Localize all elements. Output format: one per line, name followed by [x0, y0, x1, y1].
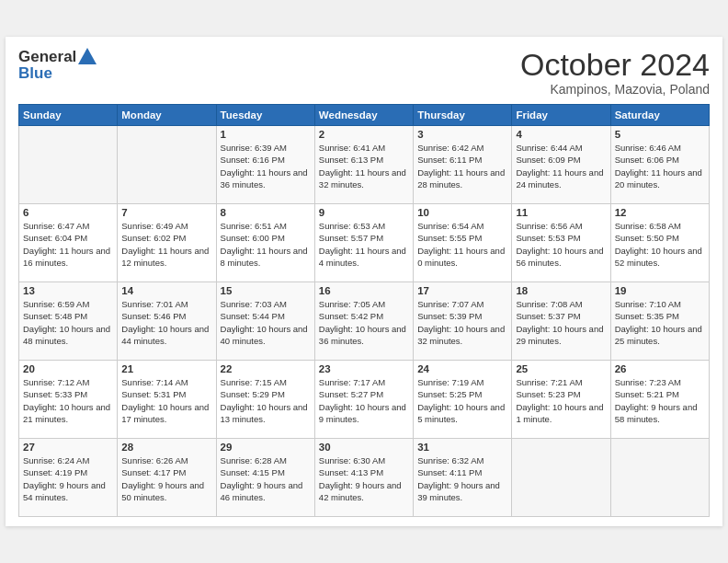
day-cell: 22Sunrise: 7:15 AMSunset: 5:29 PMDayligh…: [216, 361, 314, 439]
day-info: Sunrise: 7:12 AMSunset: 5:33 PMDaylight:…: [23, 376, 113, 425]
day-cell: 1Sunrise: 6:39 AMSunset: 6:16 PMDaylight…: [216, 126, 314, 204]
day-info: Sunrise: 7:10 AMSunset: 5:35 PMDaylight:…: [615, 298, 705, 347]
weekday-header-friday: Friday: [512, 105, 610, 126]
day-number: 26: [615, 363, 705, 374]
day-info: Sunrise: 6:39 AMSunset: 6:16 PMDaylight:…: [221, 142, 311, 190]
day-cell: 3Sunrise: 6:42 AMSunset: 6:11 PMDaylight…: [414, 126, 512, 204]
day-number: 29: [221, 442, 311, 453]
day-cell: 28Sunrise: 6:26 AMSunset: 4:17 PMDayligh…: [118, 439, 216, 517]
calendar-table: SundayMondayTuesdayWednesdayThursdayFrid…: [18, 104, 710, 517]
day-info: Sunrise: 7:23 AMSunset: 5:21 PMDaylight:…: [615, 376, 705, 425]
day-cell: 26Sunrise: 7:23 AMSunset: 5:21 PMDayligh…: [610, 361, 709, 439]
day-cell: 11Sunrise: 6:56 AMSunset: 5:53 PMDayligh…: [512, 204, 610, 282]
day-cell: 30Sunrise: 6:30 AMSunset: 4:13 PMDayligh…: [314, 439, 413, 517]
day-cell: 21Sunrise: 7:14 AMSunset: 5:31 PMDayligh…: [118, 361, 216, 439]
day-cell: [610, 439, 709, 517]
weekday-header-monday: Monday: [118, 105, 216, 126]
day-cell: 17Sunrise: 7:07 AMSunset: 5:39 PMDayligh…: [414, 282, 512, 361]
day-number: 20: [23, 363, 113, 374]
day-info: Sunrise: 6:28 AMSunset: 4:15 PMDaylight:…: [221, 454, 311, 503]
day-cell: 6Sunrise: 6:47 AMSunset: 6:04 PMDaylight…: [19, 204, 118, 282]
day-number: 7: [121, 207, 211, 218]
day-number: 1: [221, 129, 311, 140]
day-number: 9: [319, 207, 409, 218]
day-number: 4: [516, 129, 606, 140]
week-row-1: 1Sunrise: 6:39 AMSunset: 6:16 PMDaylight…: [19, 126, 710, 204]
day-info: Sunrise: 7:21 AMSunset: 5:23 PMDaylight:…: [516, 376, 606, 425]
header: General Blue October 2024 Kampinos, Mazo…: [18, 48, 710, 97]
day-info: Sunrise: 6:30 AMSunset: 4:13 PMDaylight:…: [319, 454, 409, 503]
day-number: 25: [516, 363, 606, 374]
day-cell: 12Sunrise: 6:58 AMSunset: 5:50 PMDayligh…: [610, 204, 709, 282]
day-cell: 29Sunrise: 6:28 AMSunset: 4:15 PMDayligh…: [216, 439, 314, 517]
title-block: October 2024 Kampinos, Mazovia, Poland: [520, 48, 710, 97]
day-cell: 5Sunrise: 6:46 AMSunset: 6:06 PMDaylight…: [610, 126, 709, 204]
day-cell: [118, 126, 216, 204]
day-info: Sunrise: 6:26 AMSunset: 4:17 PMDaylight:…: [121, 454, 211, 503]
day-cell: 27Sunrise: 6:24 AMSunset: 4:19 PMDayligh…: [19, 439, 118, 517]
day-info: Sunrise: 7:01 AMSunset: 5:46 PMDaylight:…: [121, 298, 211, 347]
day-cell: [512, 439, 610, 517]
day-info: Sunrise: 6:51 AMSunset: 6:00 PMDaylight:…: [221, 220, 311, 269]
logo-blue-text: Blue: [18, 64, 97, 83]
location: Kampinos, Mazovia, Poland: [520, 82, 710, 97]
day-number: 24: [417, 363, 507, 374]
day-number: 31: [417, 442, 507, 453]
day-number: 23: [319, 363, 409, 374]
day-cell: 8Sunrise: 6:51 AMSunset: 6:00 PMDaylight…: [216, 204, 314, 282]
day-number: 28: [121, 442, 211, 453]
day-info: Sunrise: 6:24 AMSunset: 4:19 PMDaylight:…: [23, 454, 113, 503]
week-row-3: 13Sunrise: 6:59 AMSunset: 5:48 PMDayligh…: [19, 282, 710, 361]
day-info: Sunrise: 6:44 AMSunset: 6:09 PMDaylight:…: [516, 142, 606, 190]
day-number: 2: [319, 129, 409, 140]
day-number: 13: [23, 285, 113, 296]
day-cell: 24Sunrise: 7:19 AMSunset: 5:25 PMDayligh…: [414, 361, 512, 439]
day-number: 30: [319, 442, 409, 453]
day-number: 14: [121, 285, 211, 296]
week-row-4: 20Sunrise: 7:12 AMSunset: 5:33 PMDayligh…: [19, 361, 710, 439]
week-row-2: 6Sunrise: 6:47 AMSunset: 6:04 PMDaylight…: [19, 204, 710, 282]
day-info: Sunrise: 6:58 AMSunset: 5:50 PMDaylight:…: [615, 220, 705, 269]
day-cell: 25Sunrise: 7:21 AMSunset: 5:23 PMDayligh…: [512, 361, 610, 439]
day-number: 10: [417, 207, 507, 218]
day-number: 18: [516, 285, 606, 296]
weekday-header-saturday: Saturday: [610, 105, 709, 126]
day-info: Sunrise: 6:54 AMSunset: 5:55 PMDaylight:…: [417, 220, 507, 269]
day-info: Sunrise: 7:17 AMSunset: 5:27 PMDaylight:…: [319, 376, 409, 425]
day-number: 3: [417, 129, 507, 140]
calendar-container: General Blue October 2024 Kampinos, Mazo…: [6, 37, 722, 526]
day-cell: 20Sunrise: 7:12 AMSunset: 5:33 PMDayligh…: [19, 361, 118, 439]
day-info: Sunrise: 6:47 AMSunset: 6:04 PMDaylight:…: [23, 220, 113, 269]
day-info: Sunrise: 7:14 AMSunset: 5:31 PMDaylight:…: [121, 376, 211, 425]
day-number: 5: [615, 129, 705, 140]
day-number: 15: [221, 285, 311, 296]
logo-icon: [78, 48, 97, 64]
day-number: 6: [23, 207, 113, 218]
logo: General Blue: [18, 48, 97, 83]
day-info: Sunrise: 7:07 AMSunset: 5:39 PMDaylight:…: [417, 298, 507, 347]
day-cell: 31Sunrise: 6:32 AMSunset: 4:11 PMDayligh…: [414, 439, 512, 517]
day-info: Sunrise: 7:08 AMSunset: 5:37 PMDaylight:…: [516, 298, 606, 347]
day-number: 11: [516, 207, 606, 218]
day-cell: 9Sunrise: 6:53 AMSunset: 5:57 PMDaylight…: [314, 204, 413, 282]
day-number: 17: [417, 285, 507, 296]
day-cell: 13Sunrise: 6:59 AMSunset: 5:48 PMDayligh…: [19, 282, 118, 361]
day-cell: 18Sunrise: 7:08 AMSunset: 5:37 PMDayligh…: [512, 282, 610, 361]
day-number: 21: [121, 363, 211, 374]
day-info: Sunrise: 6:49 AMSunset: 6:02 PMDaylight:…: [121, 220, 211, 269]
day-cell: 15Sunrise: 7:03 AMSunset: 5:44 PMDayligh…: [216, 282, 314, 361]
weekday-header-row: SundayMondayTuesdayWednesdayThursdayFrid…: [19, 105, 710, 126]
day-cell: 2Sunrise: 6:41 AMSunset: 6:13 PMDaylight…: [314, 126, 413, 204]
month-title: October 2024: [520, 48, 710, 82]
day-info: Sunrise: 6:42 AMSunset: 6:11 PMDaylight:…: [417, 142, 507, 190]
weekday-header-wednesday: Wednesday: [314, 105, 413, 126]
day-info: Sunrise: 7:19 AMSunset: 5:25 PMDaylight:…: [417, 376, 507, 425]
day-cell: 23Sunrise: 7:17 AMSunset: 5:27 PMDayligh…: [314, 361, 413, 439]
day-cell: 14Sunrise: 7:01 AMSunset: 5:46 PMDayligh…: [118, 282, 216, 361]
logo-general-text: General: [18, 48, 76, 66]
day-info: Sunrise: 6:46 AMSunset: 6:06 PMDaylight:…: [615, 142, 705, 190]
day-cell: 10Sunrise: 6:54 AMSunset: 5:55 PMDayligh…: [414, 204, 512, 282]
day-info: Sunrise: 6:53 AMSunset: 5:57 PMDaylight:…: [319, 220, 409, 269]
day-info: Sunrise: 6:41 AMSunset: 6:13 PMDaylight:…: [319, 142, 409, 190]
day-cell: [19, 126, 118, 204]
